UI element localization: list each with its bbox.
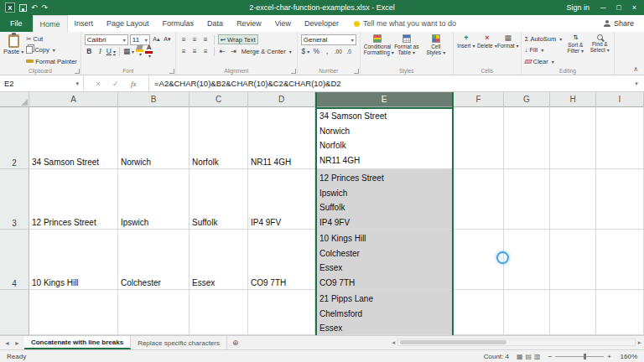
clear-button[interactable]: Clear [525,57,563,66]
font-family-combo[interactable]: Calibri [85,34,128,45]
name-box[interactable]: E2 ▾ [0,75,84,91]
format-painter-button[interactable]: Format Painter [26,57,77,66]
cell-I2[interactable] [596,107,644,169]
minimize-button[interactable]: ─ [600,4,605,12]
redo-icon[interactable]: ↷ [42,4,49,12]
cell-B5[interactable] [118,290,190,335]
cut-button[interactable]: ✂ Cut [26,34,77,44]
cancel-formula-icon[interactable]: × [96,80,100,88]
decrease-indent-icon[interactable]: ⇤ [218,46,227,56]
row-header-2[interactable]: 2 [0,107,29,169]
cell-H5[interactable] [550,290,596,335]
cell-E5[interactable]: 21 Pipps Lane Chelmsford Essex [315,290,454,335]
borders-icon[interactable]: ▦ [123,46,134,56]
align-bottom-icon[interactable]: ≡ [201,34,210,44]
cell-G3[interactable] [504,169,550,230]
horizontal-scrollbar[interactable]: ◄ ► [391,338,642,347]
scroll-right-icon[interactable]: ► [637,339,642,345]
cell-D4[interactable]: CO9 7TH [248,230,315,290]
fill-color-icon[interactable] [136,45,143,57]
cell-B3[interactable]: Ipswich [118,169,190,230]
cell-D3[interactable]: IP4 9FV [248,169,315,230]
wrap-text-button[interactable]: ↩ Wrap Text [218,34,258,44]
cell-I3[interactable] [596,169,644,230]
align-top-icon[interactable]: ≡ [179,34,189,44]
cell-F4[interactable] [454,230,504,290]
delete-cells-button[interactable]: × Delete [478,34,496,66]
merge-center-button[interactable]: Merge & Center [240,46,293,56]
tab-page-layout[interactable]: Page Layout [100,15,156,32]
cell-C4[interactable]: Essex [190,230,248,290]
formula-input[interactable]: =A2&CHAR(10)&B2&CHAR(10)&C2&CHAR(10)&D2 [149,75,629,91]
cell-E3[interactable]: 12 Princes Street Ipswich Suffolk IP4 9F… [315,169,454,230]
row-header-4[interactable]: 4 [0,230,29,290]
font-color-icon[interactable]: A [145,44,153,59]
font-dialog-launcher-icon[interactable] [169,69,174,74]
scrollbar-thumb[interactable] [400,340,506,344]
maximize-button[interactable]: □ [616,4,621,12]
row-header-5[interactable] [0,290,29,335]
tell-me-box[interactable]: Tell me what you want to do [354,15,456,32]
zoom-slider[interactable] [555,356,604,357]
cell-E2-active[interactable]: 34 Samson Street Norwich Norfolk NR11 4G… [315,107,454,169]
zoom-in-icon[interactable]: + [607,353,611,360]
column-header-b[interactable]: B [118,92,190,107]
save-icon[interactable] [19,4,27,12]
column-header-f[interactable]: F [454,92,504,107]
cell-H2[interactable] [550,107,596,169]
cell-H4[interactable] [550,230,596,290]
increase-decimal-icon[interactable]: .00 [334,46,343,56]
tab-data[interactable]: Data [200,15,230,32]
cell-G5[interactable] [504,290,550,335]
column-header-c[interactable]: C [190,92,248,107]
cell-A3[interactable]: 12 Princes Street [29,169,118,230]
tab-formulas[interactable]: Formulas [156,15,201,32]
alignment-dialog-launcher-icon[interactable] [291,69,296,74]
currency-format-icon[interactable]: $ [301,46,310,56]
tab-view[interactable]: View [268,15,298,32]
cell-G4[interactable] [504,230,550,290]
expand-formula-bar-icon[interactable]: ▾ [629,75,644,91]
italic-button[interactable]: I [96,46,105,56]
column-header-a[interactable]: A [29,92,118,107]
collapse-ribbon-icon[interactable]: ∧ [627,65,644,75]
row-header-3[interactable]: 3 [0,169,29,230]
tab-developer[interactable]: Developer [298,15,345,32]
copy-button[interactable]: Copy [26,45,77,54]
cell-A5[interactable] [29,290,118,335]
scrollbar-track[interactable] [397,339,635,346]
cell-D5[interactable] [248,290,315,335]
autosum-button[interactable]: Σ AutoSum [525,34,563,44]
tab-home[interactable]: Home [33,15,68,32]
paste-button[interactable]: Paste [3,34,23,66]
number-dialog-launcher-icon[interactable] [354,69,359,74]
conditional-formatting-button[interactable]: Conditional Formatting [364,34,391,66]
cell-C2[interactable]: Norfolk [190,107,248,169]
column-header-e[interactable]: E [315,92,454,107]
close-button[interactable]: × [632,4,636,12]
new-sheet-icon[interactable]: ⊕ [227,336,244,349]
number-format-combo[interactable]: General [301,34,356,45]
name-box-dropdown-icon[interactable]: ▾ [75,80,79,87]
zoom-level[interactable]: 160% [619,353,637,360]
cell-B4[interactable]: Colchester [118,230,190,290]
clipboard-dialog-launcher-icon[interactable] [75,69,80,74]
enter-formula-icon[interactable]: ✓ [112,80,119,88]
align-middle-icon[interactable]: ≡ [190,34,200,44]
sort-filter-button[interactable]: ⇅ Sort & Filter [564,34,586,66]
cell-G2[interactable] [504,107,550,169]
cell-H3[interactable] [550,169,596,230]
tab-file[interactable]: File [0,15,33,32]
align-center-icon[interactable]: ≡ [190,46,200,56]
sheet-tab-replace[interactable]: Replace specific characters [131,336,227,349]
format-as-table-button[interactable]: Format as Table [393,34,420,66]
sheet-nav-left-icon[interactable]: ◄ [4,340,10,346]
insert-cells-button[interactable]: + Insert [457,34,475,66]
insert-function-icon[interactable]: fx [131,80,137,88]
column-header-h[interactable]: H [550,92,596,107]
cell-I4[interactable] [596,230,644,290]
sheet-tab-concatenate[interactable]: Concatenate with line breaks [24,336,131,349]
undo-icon[interactable]: ↶ [31,4,38,12]
sign-in-button[interactable]: Sign in [566,3,589,12]
increase-indent-icon[interactable]: ⇥ [229,46,238,56]
